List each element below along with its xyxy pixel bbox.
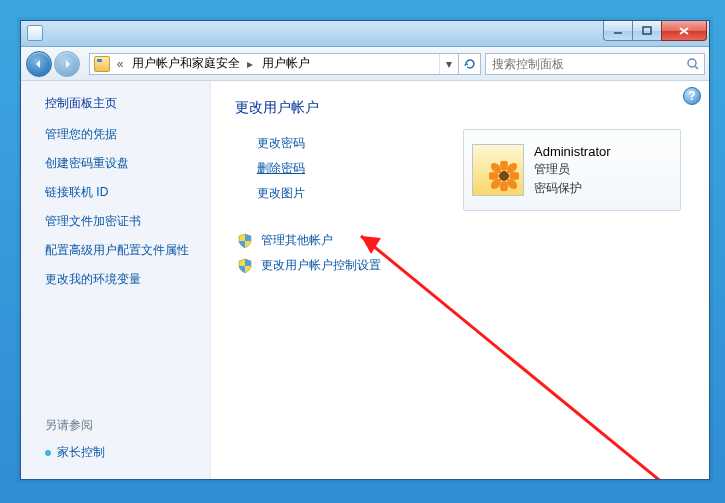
see-also-label: 家长控制 [57,444,105,461]
see-also-item-0[interactable]: 家长控制 [45,444,210,461]
back-button[interactable] [26,51,52,77]
sidebar-link-3[interactable]: 管理文件加密证书 [45,213,210,230]
crumb-sep-prefix: « [114,57,126,71]
svg-point-8 [509,172,519,180]
sidebar-link-2[interactable]: 链接联机 ID [45,184,210,201]
search-icon[interactable] [682,57,704,71]
shield-icon [237,258,253,274]
help-button[interactable]: ? [683,87,701,105]
search-box[interactable] [485,53,705,75]
sidebar-link-4[interactable]: 配置高级用户配置文件属性 [45,242,210,259]
minimize-button[interactable] [603,21,633,41]
search-input[interactable] [486,57,682,71]
account-status: 密码保护 [534,180,611,197]
close-button[interactable] [661,21,707,41]
window-buttons [604,21,707,41]
window-icon [27,25,43,41]
forward-button[interactable] [54,51,80,77]
navbar: « 用户帐户和家庭安全 ▸ 用户帐户 ▾ [21,47,709,81]
control-panel-window: « 用户帐户和家庭安全 ▸ 用户帐户 ▾ 控制面板主页 管理您的凭据 创建密码重… [20,20,710,480]
breadcrumb-dropdown[interactable]: ▾ [439,54,458,74]
main-panel: ? 更改用户帐户 更改密码 删除密码 更改图片 管理其他帐户 [211,81,709,479]
svg-point-7 [489,172,499,180]
crumb-item-1[interactable]: 用户帐户 [256,55,314,72]
see-also-header: 另请参阅 [45,417,210,434]
sidebar-home-link[interactable]: 控制面板主页 [45,95,210,112]
bullet-icon [45,450,51,456]
sidebar-link-1[interactable]: 创建密码重设盘 [45,155,210,172]
svg-point-6 [500,181,508,191]
shield-icon [237,233,253,249]
shield-link-label-0: 管理其他帐户 [261,232,333,249]
content-area: 控制面板主页 管理您的凭据 创建密码重设盘 链接联机 ID 管理文件加密证书 配… [21,81,709,479]
refresh-button[interactable] [458,54,480,74]
breadcrumb[interactable]: « 用户帐户和家庭安全 ▸ 用户帐户 ▾ [89,53,481,75]
crumb-item-0[interactable]: 用户帐户和家庭安全 [126,55,244,72]
avatar [472,144,524,196]
sidebar: 控制面板主页 管理您的凭据 创建密码重设盘 链接联机 ID 管理文件加密证书 配… [21,81,211,479]
svg-point-5 [500,161,508,171]
account-name: Administrator [534,144,611,159]
account-card: Administrator 管理员 密码保护 [463,129,681,211]
svg-point-4 [499,171,509,181]
page-title: 更改用户帐户 [235,99,685,117]
shield-link-label-1: 更改用户帐户控制设置 [261,257,381,274]
account-role: 管理员 [534,161,611,178]
sidebar-link-0[interactable]: 管理您的凭据 [45,126,210,143]
chevron-right-icon: ▸ [244,57,256,71]
svg-point-2 [688,59,696,67]
svg-rect-1 [643,27,651,34]
shielded-link-0[interactable]: 管理其他帐户 [237,232,685,249]
maximize-button[interactable] [632,21,662,41]
shielded-link-1[interactable]: 更改用户帐户控制设置 [237,257,685,274]
sidebar-link-5[interactable]: 更改我的环境变量 [45,271,210,288]
svg-line-3 [695,66,698,69]
control-panel-icon [94,56,110,72]
titlebar [21,21,709,47]
